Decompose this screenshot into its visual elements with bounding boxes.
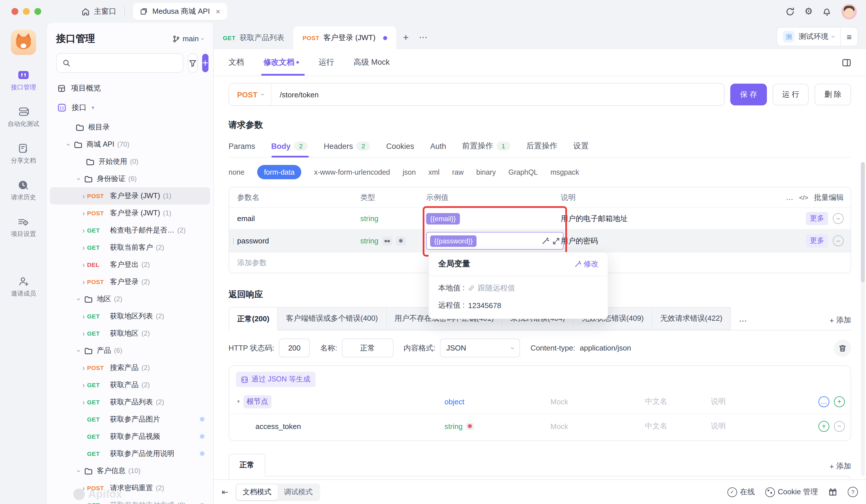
tree-folder-auth[interactable]: › 身份验证 (6) xyxy=(50,170,210,187)
url-input[interactable] xyxy=(271,83,724,105)
tab-pre-ops[interactable]: 前置操作 1 xyxy=(462,135,510,157)
chevron-right-icon[interactable]: › xyxy=(80,260,87,269)
notifications-bell-icon[interactable] xyxy=(822,7,832,16)
close-window-button[interactable] xyxy=(11,8,18,15)
response-tab-200[interactable]: 正常(200) xyxy=(229,307,278,331)
home-tab[interactable]: 主窗口 xyxy=(81,6,116,16)
tree-api-product-images[interactable]: GET 获取参产品图片 xyxy=(50,411,210,428)
new-tab-button[interactable]: + xyxy=(403,32,409,44)
doc-mode-button[interactable]: 文档模式 xyxy=(236,484,278,500)
tab-cookies[interactable]: Cookies xyxy=(386,135,414,157)
tab-body[interactable]: Body 2 xyxy=(271,135,308,157)
add-field-icon[interactable]: + xyxy=(819,421,829,432)
param-name[interactable]: password xyxy=(237,236,360,245)
generate-from-json-button[interactable]: 通过 JSON 等生成 xyxy=(236,372,315,387)
response-tabs-overflow-icon[interactable]: ⋯ xyxy=(739,316,747,330)
scrollbar-thumb[interactable] xyxy=(861,162,865,282)
delete-button[interactable]: 删 除 xyxy=(815,83,851,105)
response-tab-422[interactable]: 无效请求错误(422) xyxy=(652,307,731,330)
chevron-right-icon[interactable]: › xyxy=(80,501,87,504)
code-view-icon[interactable]: </> xyxy=(799,194,808,201)
tab-customer-login-jwt[interactable]: POST 客户登录 (JWT) xyxy=(293,26,396,49)
tab-post-ops[interactable]: 后置操作 xyxy=(526,135,557,157)
sidebar-item-project-overview[interactable]: 项目概览 xyxy=(47,78,213,98)
param-desc[interactable]: 用户的电子邮箱地址 xyxy=(561,213,793,224)
project-window-tab[interactable]: Medusa 商城 API × xyxy=(133,3,227,20)
response-name-input[interactable]: 正常 xyxy=(342,338,393,357)
tree-api-product-videos[interactable]: GET 获取参产品视频 xyxy=(50,428,210,445)
tab-params[interactable]: Params xyxy=(229,135,255,157)
tab-run[interactable]: 运行 xyxy=(319,49,334,76)
body-type-xml[interactable]: xml xyxy=(429,168,440,176)
chevron-right-icon[interactable]: › xyxy=(80,484,87,492)
tab-advanced-mock[interactable]: 高级 Mock xyxy=(354,49,390,76)
param-name[interactable]: email xyxy=(237,214,360,223)
chevron-expanded-icon[interactable]: › xyxy=(65,141,73,148)
online-status[interactable]: ✓ 在线 xyxy=(728,487,755,497)
remove-row-icon[interactable]: − xyxy=(833,213,844,224)
tab-doc[interactable]: 文档 xyxy=(229,49,244,76)
batch-edit-button[interactable]: 批量编辑 xyxy=(814,192,844,202)
environment-menu-button[interactable]: ≡ xyxy=(841,32,857,42)
tree-folder-root[interactable]: 根目录 xyxy=(50,119,210,136)
param-row-password[interactable]: ⋮⋮ password string ✱ xyxy=(229,229,851,253)
body-type-raw[interactable]: raw xyxy=(452,168,464,176)
response-tab-400[interactable]: 客户端错误或多个错误(400) xyxy=(278,307,387,330)
body-type-binary[interactable]: binary xyxy=(476,168,496,176)
debug-mode-button[interactable]: 调试模式 xyxy=(278,484,319,500)
param-row-email[interactable]: email string {{email}} 用户的电子邮箱地址 更多 − xyxy=(229,208,851,229)
refresh-icon[interactable] xyxy=(785,7,795,16)
search-input[interactable] xyxy=(74,58,177,68)
chevron-right-icon[interactable]: › xyxy=(80,243,87,252)
rail-item-share-docs[interactable]: 分享文档 xyxy=(11,143,36,165)
schema-desc[interactable]: 说明 xyxy=(711,396,797,407)
chevron-expanded-icon[interactable]: › xyxy=(75,295,83,302)
schema-field-name[interactable]: access_token xyxy=(255,422,301,430)
minimize-window-button[interactable] xyxy=(23,8,30,15)
tree-api-password-reset[interactable]: › POST 请求密码重置 (2) xyxy=(50,479,210,496)
toggle-side-panel-icon[interactable] xyxy=(842,58,851,67)
tree-api-search-product[interactable]: › POST 搜索产品 (2) xyxy=(50,359,210,376)
schema-type[interactable]: object xyxy=(444,397,551,406)
rail-item-automation-test[interactable]: 自动化测试 xyxy=(8,107,39,128)
chevron-right-icon[interactable]: › xyxy=(80,192,87,200)
chevron-expanded-icon[interactable]: › xyxy=(75,175,83,182)
tree-folder-mall-api[interactable]: › 商城 API (70) xyxy=(50,136,210,153)
help-icon[interactable]: ? xyxy=(848,487,858,497)
body-type-json[interactable]: json xyxy=(403,168,416,176)
tree-api-login-jwt[interactable]: › POST 客户登录 (JWT) (1) xyxy=(50,187,210,204)
tree-api-region-list[interactable]: › GET 获取地区列表 (2) xyxy=(50,307,210,325)
more-button[interactable]: 更多 xyxy=(806,234,828,247)
content-format-select[interactable]: JSON › xyxy=(440,338,520,357)
rail-item-project-settings[interactable]: 项目设置 xyxy=(11,216,36,238)
settings-gear-icon[interactable]: ⚙ xyxy=(804,7,813,16)
required-toggle-icon[interactable]: ✱ xyxy=(396,236,406,245)
tree-api-get-product-list[interactable]: › GET 获取产品列表 (2) xyxy=(50,393,210,411)
project-logo[interactable] xyxy=(11,30,36,55)
schema-node-name[interactable]: 根节点 xyxy=(243,395,271,408)
method-selector[interactable]: POST › xyxy=(229,83,271,105)
tab-settings[interactable]: 设置 xyxy=(573,135,589,157)
schema-cn-name[interactable]: 中文名 xyxy=(645,396,711,407)
more-button[interactable]: 更多 xyxy=(806,212,828,225)
add-example-button[interactable]: + 添加 xyxy=(830,461,851,476)
chevron-expanded-icon[interactable]: › xyxy=(75,467,83,474)
example-code-panel[interactable]: { xyxy=(229,476,851,479)
body-type-form-data[interactable]: form-data xyxy=(257,165,302,179)
body-type-msgpack[interactable]: msgpack xyxy=(551,168,579,176)
example-tab-normal[interactable]: 正常 xyxy=(229,453,265,477)
tree-api-login-jwt-2[interactable]: › POST 客户登录 (JWT) (1) xyxy=(50,204,210,222)
chevron-right-icon[interactable]: › xyxy=(80,363,87,372)
param-type[interactable]: string xyxy=(360,236,379,245)
tree-folder-region[interactable]: › 地区 (2) xyxy=(50,290,210,307)
collapse-sidebar-icon[interactable]: ⇤ xyxy=(222,488,228,496)
add-response-button[interactable]: + 添加 xyxy=(830,315,851,330)
schema-row-root[interactable]: ▾ 根节点 object Mock 中文名 说明 … + xyxy=(229,390,851,414)
param-desc[interactable]: 用户的密码 xyxy=(561,236,793,246)
tree-api-get-product[interactable]: › GET 获取产品 (2) xyxy=(50,376,210,393)
tab-auth[interactable]: Auth xyxy=(430,135,446,157)
node-options-icon[interactable]: … xyxy=(819,396,829,407)
chevron-right-icon[interactable]: › xyxy=(80,278,87,286)
gift-icon[interactable] xyxy=(828,488,837,496)
filter-button[interactable] xyxy=(188,53,198,73)
